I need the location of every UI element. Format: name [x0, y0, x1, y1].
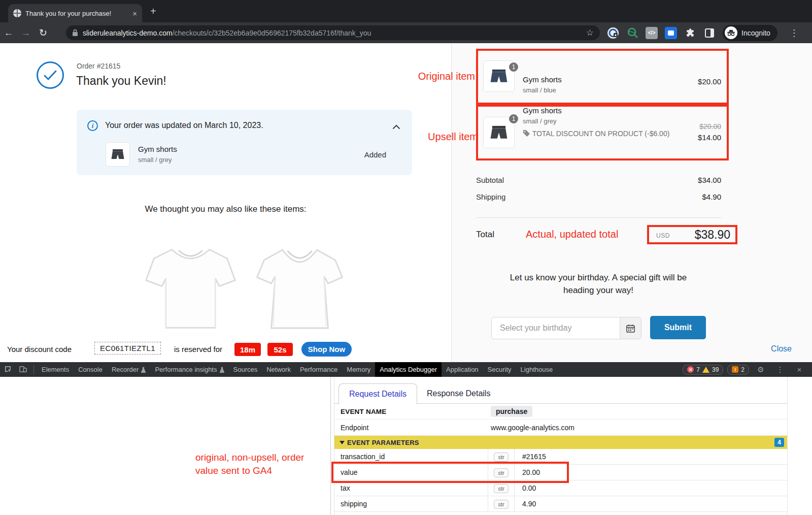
annotation-box-ga4-value	[331, 462, 569, 483]
page-title: Thank you Kevin!	[76, 74, 166, 88]
order-updated-text: Your order was updated on March 10, 2023…	[105, 121, 263, 130]
console-errors-warnings-badge[interactable]: ✕ 7 39	[683, 365, 723, 375]
incognito-spy-icon	[725, 26, 737, 39]
summary-divider	[476, 217, 721, 218]
issue-count: 2	[741, 366, 745, 373]
annotation-total: Actual, updated total	[526, 229, 618, 240]
error-count: 7	[696, 366, 700, 373]
discount-code-value[interactable]: EC061TIEZTL1	[94, 342, 161, 355]
issue-icon: !	[732, 366, 738, 373]
annotation-box-total: USD $38.90	[647, 225, 737, 244]
devtools-tab-console[interactable]: Console	[74, 362, 107, 377]
line-item-price: $14.00	[660, 133, 721, 142]
event-name-row: EVENT NAME purchase	[334, 404, 787, 420]
devtools-close-icon[interactable]: ×	[792, 365, 807, 374]
tag-assistant-extension-icon[interactable]	[665, 27, 677, 39]
close-link[interactable]: Close	[731, 344, 792, 353]
devtools-tab-memory[interactable]: Memory	[342, 362, 375, 377]
collapse-triangle-icon	[340, 441, 345, 444]
shop-now-button[interactable]: Shop Now	[301, 342, 352, 357]
reserved-for-text: is reserved for	[174, 345, 222, 353]
devtools-tab-analytics-debugger[interactable]: Analytics Debugger	[375, 362, 442, 377]
upsell-heading: We thought you may also like these items…	[0, 204, 451, 214]
code-extension-icon[interactable]: </>	[646, 27, 658, 39]
order-number: Order #21615	[77, 62, 120, 70]
line-item-discount: TOTAL DISCOUNT ON PRODUCT (-$6.00)	[523, 128, 680, 139]
devtools-status-badges: ✕ 7 39 ! 2 ⚙ ⋮ ×	[683, 365, 812, 375]
type-badge: str	[494, 453, 508, 462]
tab-response-details[interactable]: Response Details	[420, 383, 497, 404]
line-item-variant: small / grey	[523, 117, 556, 125]
type-badge: str	[494, 484, 508, 493]
devtools-tab-lighthouse[interactable]: Lighthouse	[516, 362, 558, 377]
upsell-product-image-tshirt[interactable]	[141, 238, 240, 339]
devtools-tab-application[interactable]: Application	[442, 362, 483, 377]
annotation-ga4-note: original, non-upsell, order value sent t…	[195, 451, 304, 477]
bookmark-star-icon[interactable]: ☆	[586, 27, 594, 38]
side-panel-icon[interactable]	[703, 27, 716, 39]
upsell-product-image-fitted-tshirt[interactable]	[248, 237, 352, 340]
warning-icon	[702, 367, 709, 373]
submit-button[interactable]: Submit	[650, 316, 706, 339]
annotation-original-item: Original item	[401, 71, 475, 82]
browser-tab[interactable]: Thank you for your purchase! ×	[8, 4, 142, 22]
devtools-scrollbar-gutter[interactable]	[787, 377, 812, 515]
subtotal-label: Subtotal	[476, 176, 504, 184]
param-row-shipping: shipping str 4.90	[334, 496, 787, 512]
devtools-tab-performance-insights[interactable]: Performance insights	[150, 362, 228, 377]
back-icon[interactable]: ←	[0, 27, 17, 39]
shipping-value: $4.90	[660, 192, 721, 201]
collapse-chevron-icon[interactable]	[393, 122, 400, 131]
devtools-menu-icon[interactable]: ⋮	[772, 365, 788, 374]
event-parameters-label: EVENT PARAMETERS	[347, 439, 419, 446]
checkout-page: Order #21615 Thank you Kevin! i Your ord…	[0, 43, 812, 362]
warning-count: 39	[712, 366, 719, 373]
reload-icon[interactable]: ↻	[35, 27, 52, 39]
quantity-badge: 1	[508, 113, 519, 124]
devtools-tab-security[interactable]: Security	[483, 362, 516, 377]
inspect-element-icon[interactable]	[0, 365, 15, 374]
birthday-input[interactable]: Select your birthday	[491, 317, 641, 339]
devtools-left-pane: original, non-upsell, order value sent t…	[0, 377, 331, 515]
tab-close-icon[interactable]: ×	[132, 9, 137, 18]
experiment-flask-icon	[141, 367, 146, 373]
line-item-discount-text: TOTAL DISCOUNT ON PRODUCT (-$6.00)	[532, 130, 670, 138]
order-updated-banner: i Your order was updated on March 10, 20…	[77, 110, 412, 175]
parameter-count-badge: 4	[774, 438, 784, 447]
experiment-flask-icon	[220, 367, 224, 373]
url-bar[interactable]: slideruleanalytics-demo.com/checkouts/c/…	[66, 25, 600, 40]
devtools-tab-performance[interactable]: Performance	[295, 362, 342, 377]
issues-badge[interactable]: ! 2	[727, 365, 749, 375]
line-item-name: Gym shorts	[523, 106, 562, 115]
toolbar-divider	[33, 365, 34, 374]
calendar-icon[interactable]	[620, 317, 641, 339]
tab-request-details[interactable]: Request Details	[339, 383, 417, 404]
event-parameters-header[interactable]: EVENT PARAMETERS 4	[334, 436, 787, 449]
url-domain: slideruleanalytics-demo.com	[83, 29, 173, 37]
extensions-puzzle-icon[interactable]	[684, 27, 696, 39]
endpoint-value: www.google-analytics.com	[485, 424, 574, 432]
incognito-badge: Incognito	[723, 25, 777, 41]
forward-icon[interactable]: →	[17, 27, 35, 39]
event-name-label: EVENT NAME	[334, 408, 485, 415]
new-tab-button[interactable]: +	[150, 6, 156, 16]
browser-menu-icon[interactable]: ⋮	[790, 27, 799, 39]
globe-favicon-icon	[13, 9, 21, 17]
devtools-tab-sources[interactable]: Sources	[229, 362, 262, 377]
incognito-label: Incognito	[741, 29, 770, 37]
devtools-panel: Elements Console Recorder Performance in…	[0, 362, 812, 515]
devtools-tab-bar: Elements Console Recorder Performance in…	[0, 362, 812, 377]
password-manager-extension-icon[interactable]	[607, 27, 619, 39]
devtools-tab-elements[interactable]: Elements	[37, 362, 74, 377]
url-path: /checkouts/c/32b52eb6a9e0d56962175fb32da…	[173, 29, 371, 37]
device-toolbar-icon[interactable]	[15, 365, 30, 374]
devtools-settings-icon[interactable]: ⚙	[753, 365, 768, 374]
event-name-value: purchase	[491, 406, 532, 417]
devtools-tab-network[interactable]: Network	[262, 362, 295, 377]
devtools-body: original, non-upsell, order value sent t…	[0, 377, 812, 515]
total-currency: USD	[656, 232, 670, 239]
updated-item-status: Added	[364, 150, 386, 159]
order-success-icon	[37, 61, 64, 89]
devtools-tab-recorder[interactable]: Recorder	[107, 362, 150, 377]
analytics-debugger-extension-icon[interactable]	[626, 27, 638, 39]
